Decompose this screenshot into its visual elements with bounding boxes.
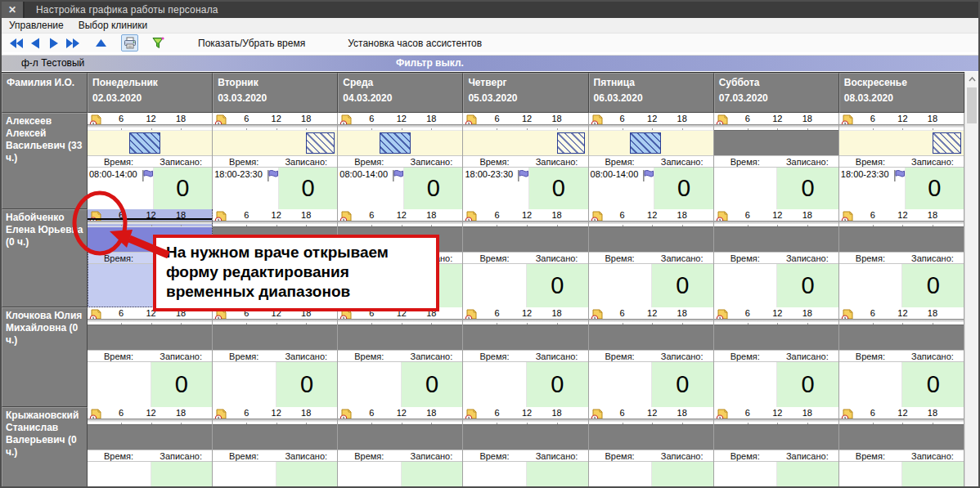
show-hide-time-button[interactable]: Показать/Убрать время — [198, 38, 305, 49]
schedule-cell[interactable]: 61218Время:Записано:0 — [714, 407, 839, 486]
day-column-header: Суббота07.03.2020 — [714, 73, 839, 113]
work-interval-box[interactable] — [933, 132, 961, 154]
cell-labels: Время:Записано: — [589, 350, 713, 362]
ruler-tick-label: 6 — [494, 308, 499, 318]
schedule-cell[interactable]: 61218Время:Записано:0 — [338, 307, 463, 407]
time-label: Время: — [589, 450, 651, 461]
schedule-band — [88, 325, 212, 350]
schedule-band — [714, 325, 838, 350]
scrollbar-thumb[interactable] — [967, 87, 977, 123]
time-label: Время: — [714, 156, 776, 167]
next-record-icon[interactable] — [45, 34, 62, 51]
schedule-cell[interactable]: 61218Время:Записано:0 — [463, 307, 588, 407]
title-bar: ✕ Настройка графика работы персонала — [2, 2, 978, 18]
window-title: Настройка графика работы персонала — [36, 4, 218, 16]
time-ruler: 61218 — [88, 209, 212, 226]
booked-label: Записано: — [400, 351, 462, 361]
collapse-up-icon[interactable] — [92, 34, 110, 51]
schedule-cell[interactable]: 61218Время:Записано:0 — [88, 307, 213, 407]
table-header-row: Фамилия И.О.Понедельник02.03.2020Вторник… — [2, 73, 964, 113]
doctor-name-cell[interactable]: Клочкова Юлия Михайловна (0 ч.) — [2, 307, 88, 407]
menu-bar: Управление Выбор клиники — [2, 18, 978, 34]
schedule-cell[interactable]: 61218Время:Записано:0 — [589, 407, 714, 486]
print-icon[interactable] — [121, 34, 138, 51]
close-button[interactable]: ✕ — [2, 2, 25, 18]
schedule-band — [589, 130, 713, 155]
booked-count: 0 — [651, 362, 713, 407]
schedule-cell[interactable]: 61218Время:Записано:0 — [338, 407, 463, 486]
work-interval-box[interactable] — [557, 132, 586, 154]
filter-status-label[interactable]: Фильтр выкл. — [396, 57, 464, 69]
day-date: 02.03.2020 — [92, 91, 208, 106]
time-label: Время: — [213, 156, 275, 167]
ruler-tick-label: 6 — [620, 114, 625, 123]
cell-labels: Время:Записано: — [463, 450, 587, 462]
menu-item-vybor-kliniki[interactable]: Выбор клиники — [71, 18, 155, 33]
work-interval-box[interactable] — [630, 132, 661, 154]
vertical-scrollbar[interactable] — [964, 72, 978, 486]
cell-values: 08:00-14:000 — [589, 168, 713, 209]
doctor-name-cell[interactable]: Алексеев Алексей Васильевич (33 ч.) — [2, 113, 88, 209]
time-label: Время: — [589, 351, 651, 361]
doctor-name-cell[interactable]: Крыжановский Станислав Валерьевич (0 ч.) — [2, 407, 88, 486]
booked-count: 0 — [905, 168, 964, 209]
doctor-name-cell[interactable]: Набойченко Елена Юрьевна (0 ч.) — [2, 209, 88, 307]
work-interval-box[interactable] — [129, 132, 160, 154]
schedule-cell[interactable]: 61218Время:Записано:0 — [839, 407, 964, 486]
schedule-band — [463, 226, 587, 252]
schedule-cell[interactable]: 61218Время:Записано:0 — [839, 209, 964, 307]
work-interval-box[interactable] — [380, 132, 411, 154]
ruler-tick-label: 18 — [677, 408, 687, 418]
clinic-tab[interactable]: ф-л Тестовый — [21, 57, 84, 69]
schedule-cell[interactable]: 61218Время:Записано:0 — [714, 209, 839, 307]
schedule-band — [589, 325, 713, 350]
assistant-hours-button[interactable]: Установка часов ассистентов — [348, 38, 482, 49]
schedule-cell[interactable]: 61218Время:Записано:18:00-23:300 — [839, 113, 964, 209]
previous-record-icon[interactable] — [26, 34, 43, 51]
cell-values: 18:00-23:300 — [213, 168, 337, 209]
menu-item-upravlenie[interactable]: Управление — [2, 18, 71, 33]
ruler-line — [213, 221, 337, 224]
scroll-up-icon[interactable] — [965, 72, 978, 87]
schedule-cell[interactable]: 61218Время:Записано:0 — [463, 407, 588, 486]
time-ruler: 61218 — [714, 407, 838, 424]
booked-count: 0 — [776, 462, 838, 486]
schedule-cell[interactable]: 61218Время:Записано:0 — [463, 209, 588, 307]
schedule-cell[interactable]: 61218Время:Записано:08:00-14:000 — [589, 113, 714, 209]
cell-labels: Время:Записано: — [839, 155, 964, 168]
booked-count: 0 — [901, 362, 964, 407]
schedule-cell[interactable]: 61218Время:Записано:18:00-23:300 — [463, 113, 588, 209]
ruler-tick-label: 18 — [928, 210, 937, 220]
schedule-cell[interactable]: 61218Время:Записано:0 — [213, 407, 338, 486]
cell-labels: Время:Записано: — [338, 155, 462, 168]
day-name: Суббота — [719, 75, 834, 91]
cell-values: 0 — [589, 362, 713, 407]
ruler-tick-label: 18 — [301, 210, 311, 220]
ruler-tick-label: 6 — [494, 210, 499, 220]
filter-icon[interactable] — [150, 34, 167, 51]
schedule-cell[interactable]: 61218Время:Записано:0 — [589, 209, 714, 307]
first-record-icon[interactable] — [7, 34, 25, 51]
schedule-cell[interactable]: 61218Время:Записано:0 — [88, 407, 213, 486]
schedule-cell[interactable]: 61218Время:Записано:0 — [714, 113, 839, 209]
ruler-tick-label: 6 — [369, 408, 374, 418]
schedule-cell[interactable]: 61218Время:Записано:0 — [213, 307, 338, 407]
cell-labels: Время:Записано: — [839, 450, 964, 462]
ruler-tick-label: 6 — [870, 210, 875, 220]
schedule-cell[interactable]: 61218Время:Записано:18:00-23:300 — [213, 113, 338, 209]
cell-labels: Время:Записано: — [88, 450, 212, 462]
work-interval-box[interactable] — [306, 132, 335, 154]
cell-values: 0 — [463, 264, 587, 307]
ruler-tick-label: 18 — [802, 114, 812, 123]
schedule-cell[interactable]: 61218Время:Записано:0 — [839, 307, 964, 407]
schedule-cell[interactable]: 61218Время:Записано:0 — [589, 307, 714, 407]
schedule-cell[interactable]: 61218Время:Записано:08:00-14:000 — [88, 113, 213, 209]
ruler-tick-label: 12 — [897, 308, 907, 318]
time-label: Время: — [839, 450, 901, 461]
time-value — [589, 462, 652, 486]
ruler-line — [338, 319, 462, 322]
schedule-cell[interactable]: 61218Время:Записано:08:00-14:000 — [338, 113, 463, 209]
ruler-tick-label: 12 — [272, 210, 281, 220]
schedule-cell[interactable]: 61218Время:Записано:0 — [714, 307, 839, 407]
last-record-icon[interactable] — [64, 34, 81, 51]
